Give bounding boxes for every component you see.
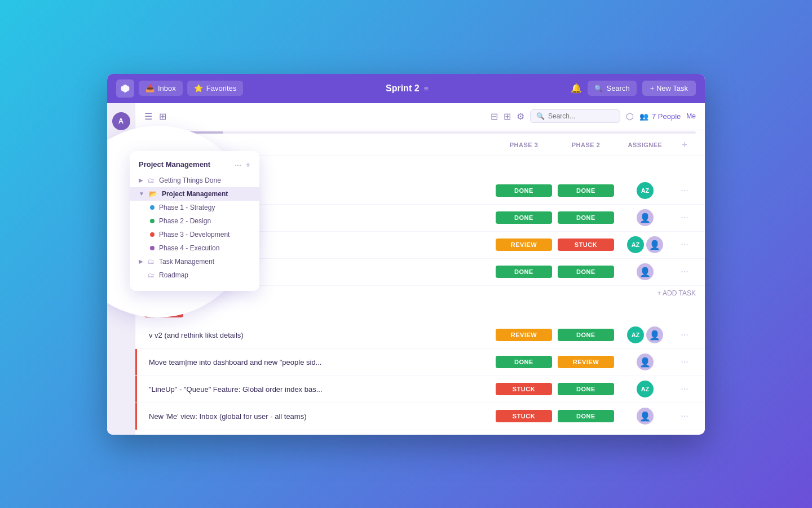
assignee-cell: 👤 bbox=[617, 209, 673, 226]
col-assignee: ASSIGNEE bbox=[617, 142, 673, 148]
popup-item-phase2[interactable]: Phase 2 - Design bbox=[130, 214, 259, 228]
inbox-button[interactable]: 📥 Inbox bbox=[139, 81, 183, 96]
folder-icon: 🗂 bbox=[148, 258, 155, 266]
phase-dot bbox=[150, 246, 155, 250]
phase-dot bbox=[150, 219, 155, 223]
me-button[interactable]: Me bbox=[686, 112, 696, 120]
search-label: Search bbox=[606, 84, 629, 92]
avatar: AZ bbox=[627, 326, 644, 343]
avatar: AZ bbox=[637, 381, 654, 397]
phase3-status[interactable]: STUCK bbox=[496, 410, 552, 422]
assignee-cell: AZ bbox=[617, 182, 673, 199]
phase3-status[interactable]: DONE bbox=[496, 211, 552, 224]
phase3-status[interactable]: REVIEW bbox=[496, 329, 552, 341]
app-logo[interactable] bbox=[116, 79, 134, 98]
inbox-label: Inbox bbox=[158, 84, 176, 92]
phase2-status[interactable]: DONE bbox=[558, 266, 614, 278]
people-badge[interactable]: 👥 7 People bbox=[639, 112, 681, 121]
popup-title: Project Management bbox=[139, 160, 210, 169]
col-phase3: PHASE 3 bbox=[493, 142, 555, 148]
avatar-photo: 👤 bbox=[637, 263, 654, 280]
new-task-button[interactable]: + New Task bbox=[642, 81, 696, 96]
task-name: Move team|me into dashboard and new "peo… bbox=[144, 358, 493, 366]
favorites-button[interactable]: ⭐ Favorites bbox=[187, 81, 243, 96]
body: A 🏠 📥 🔍 ☰ ⊞ ⊟ ⊞ ⚙ 🔍 bbox=[107, 103, 705, 435]
sidebar-popup: Project Management ··· + ▶ 🗂 Getting Thi… bbox=[130, 151, 259, 291]
phase3-status[interactable]: REVIEW bbox=[496, 238, 552, 251]
toolbar-search-box[interactable]: 🔍 bbox=[530, 109, 620, 123]
phase-dot bbox=[150, 232, 155, 237]
add-column-button[interactable]: + bbox=[673, 139, 696, 151]
phase2-status[interactable]: STUCK bbox=[558, 238, 614, 251]
table-row: "LineUp" - "Queue" Feature: Global order… bbox=[135, 376, 705, 403]
header-title-area: Sprint 2 ≡ bbox=[248, 83, 566, 94]
table-row: Move team|me into dashboard and new "peo… bbox=[135, 349, 705, 376]
menu-icon[interactable]: ≡ bbox=[424, 84, 429, 93]
avatar-photo: 👤 bbox=[637, 354, 654, 370]
row-actions[interactable]: ··· bbox=[673, 330, 696, 340]
phase2-status[interactable]: DONE bbox=[558, 383, 614, 395]
popup-more-icon[interactable]: ··· bbox=[235, 160, 241, 169]
row-actions[interactable]: ··· bbox=[673, 213, 696, 223]
row-actions[interactable]: ··· bbox=[673, 357, 696, 367]
popup-header: Project Management ··· + bbox=[130, 160, 259, 174]
search-button[interactable]: 🔍 Search bbox=[588, 81, 636, 96]
popup-item-roadmap[interactable]: ▶ 🗂 Roadmap bbox=[130, 268, 259, 282]
avatar-photo: 👤 bbox=[637, 408, 654, 425]
settings-icon[interactable]: ⚙ bbox=[517, 111, 524, 122]
header-right: 🔔 🔍 Search + New Task bbox=[571, 81, 696, 96]
header: 📥 Inbox ⭐ Favorites Sprint 2 ≡ 🔔 🔍 Searc… bbox=[107, 74, 705, 103]
popup-item-phase4[interactable]: Phase 4 - Execution bbox=[130, 241, 259, 255]
assignee-cell: 👤 bbox=[617, 263, 673, 280]
table-row: New 'Me' view: Inbox (global for user - … bbox=[135, 403, 705, 430]
toolbar-actions: ⊟ ⊞ ⚙ 🔍 ⬡ 👥 7 People Me bbox=[491, 109, 696, 123]
phase2-status[interactable]: DONE bbox=[558, 184, 614, 197]
popup-item-task-mgmt[interactable]: ▶ 🗂 Task Management bbox=[130, 255, 259, 268]
avatar-photo: 👤 bbox=[646, 326, 663, 343]
popup-item-phase1[interactable]: Phase 1 - Strategy bbox=[130, 201, 259, 214]
phase-dot bbox=[150, 205, 155, 210]
row-actions[interactable]: ··· bbox=[673, 384, 696, 394]
people-count: 7 People bbox=[652, 112, 681, 121]
popup-item-label: Roadmap bbox=[159, 271, 188, 279]
task-name: New 'Me' view: Inbox (global for user - … bbox=[144, 412, 493, 421]
phase3-status[interactable]: DONE bbox=[496, 184, 552, 197]
row-actions[interactable]: ··· bbox=[673, 267, 696, 277]
popup-item-gtd[interactable]: ▶ 🗂 Getting Things Done bbox=[130, 174, 259, 187]
phase3-status[interactable]: DONE bbox=[496, 266, 552, 278]
popup-item-phase3[interactable]: Phase 3 - Development bbox=[130, 228, 259, 241]
assignee-cell: 👤 bbox=[617, 354, 673, 370]
assignee-cell: AZ 👤 bbox=[617, 236, 673, 253]
popup-add-icon[interactable]: + bbox=[246, 160, 250, 169]
popup-item-pm[interactable]: ▼ 📂 Project Management bbox=[130, 187, 259, 201]
folder-open-icon: 📂 bbox=[149, 190, 157, 198]
row-border bbox=[135, 403, 137, 430]
row-actions[interactable]: ··· bbox=[673, 185, 696, 196]
phase2-status[interactable]: DONE bbox=[558, 211, 614, 224]
phase3-status[interactable]: STUCK bbox=[496, 383, 552, 395]
assignee-cell: 👤 bbox=[617, 408, 673, 425]
favorites-label: Favorites bbox=[206, 84, 236, 92]
folder-icon: 🗂 bbox=[148, 271, 155, 279]
phase2-status[interactable]: DONE bbox=[558, 329, 614, 341]
add-task-needed[interactable]: + ADD TASK bbox=[135, 430, 705, 435]
new-task-label: + New Task bbox=[650, 84, 688, 92]
bell-icon[interactable]: 🔔 bbox=[571, 83, 582, 94]
popup-header-actions: ··· + bbox=[235, 160, 250, 169]
row-actions[interactable]: ··· bbox=[673, 411, 696, 421]
phase3-status[interactable]: DONE bbox=[496, 356, 552, 368]
row-actions[interactable]: ··· bbox=[673, 240, 696, 250]
popup-item-label: Project Management bbox=[162, 190, 228, 198]
inbox-icon: 📥 bbox=[145, 84, 155, 92]
phase2-status[interactable]: DONE bbox=[558, 410, 614, 422]
filter-icon[interactable]: ⬡ bbox=[626, 111, 634, 122]
popup-item-label: Phase 4 - Execution bbox=[159, 244, 219, 252]
search-icon: 🔍 bbox=[594, 85, 603, 92]
search-input[interactable] bbox=[548, 112, 614, 120]
assignee-cell: AZ bbox=[617, 381, 673, 397]
columns-icon[interactable]: ⊞ bbox=[504, 111, 511, 122]
avatar-photo: 👤 bbox=[646, 236, 663, 253]
expand-icon: ▼ bbox=[139, 191, 144, 197]
phase2-status[interactable]: REVIEW bbox=[558, 356, 614, 368]
group-icon[interactable]: ⊟ bbox=[491, 111, 498, 122]
